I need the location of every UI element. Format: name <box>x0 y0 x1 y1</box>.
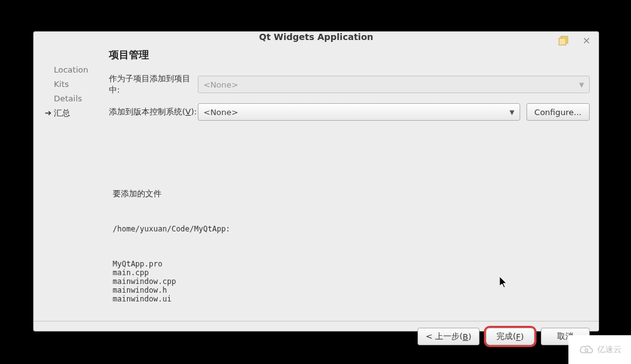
svg-point-2 <box>585 349 587 351</box>
titlebar: Qt Widgets Application × <box>34 32 598 43</box>
main-panel: 项目管理 作为子项目添加到项目中: <None> ▼ 添加到版本控制系统(V):… <box>105 48 590 321</box>
wizard-steps: ➔ Location ➔ Kits ➔ Details ➔ 汇总 <box>43 48 105 321</box>
vcs-row: 添加到版本控制系统(V): <None> ▼ Configure... <box>109 103 590 121</box>
chevron-down-icon: ▼ <box>579 81 584 88</box>
svg-rect-1 <box>559 38 566 45</box>
dialog-footer: < 上一步(B) 完成(F) 取消 <box>34 321 598 354</box>
step-kits: ➔ Kits <box>43 77 105 91</box>
watermark: 亿速云 <box>568 335 631 364</box>
step-label: Details <box>54 94 82 103</box>
subproject-select: <None> ▼ <box>198 76 590 93</box>
step-summary: ➔ 汇总 <box>43 106 105 120</box>
back-button[interactable]: < 上一步(B) <box>418 328 480 345</box>
finish-button[interactable]: 完成(F) <box>486 328 535 345</box>
page-title: 项目管理 <box>109 49 590 62</box>
window-title: Qt Widgets Application <box>259 32 373 42</box>
cloud-icon <box>578 344 595 355</box>
close-icon[interactable]: × <box>581 36 592 47</box>
subproject-row: 作为子项目添加到项目中: <None> ▼ <box>109 73 590 96</box>
arrow-icon: ➔ <box>43 108 54 118</box>
configure-button[interactable]: Configure... <box>526 103 590 121</box>
step-location: ➔ Location <box>43 63 105 77</box>
files-summary: 要添加的文件 /home/yuxuan/Code/MyQtApp: MyQtAp… <box>109 172 590 321</box>
files-path: /home/yuxuan/Code/MyQtApp: <box>113 225 590 233</box>
subproject-label: 作为子项目添加到项目中: <box>109 73 198 96</box>
step-label: Location <box>54 65 88 74</box>
window-icon <box>558 35 571 48</box>
step-label: 汇总 <box>54 108 70 119</box>
subproject-value: <None> <box>203 80 239 89</box>
vcs-label: 添加到版本控制系统(V): <box>109 106 198 118</box>
chevron-down-icon: ▼ <box>510 109 515 116</box>
step-details: ➔ Details <box>43 91 105 106</box>
step-label: Kits <box>54 79 69 89</box>
vcs-value: <None> <box>203 108 239 117</box>
files-heading: 要添加的文件 <box>113 190 590 198</box>
vcs-select[interactable]: <None> ▼ <box>198 103 520 121</box>
wizard-dialog: Qt Widgets Application × ➔ Location ➔ Ki… <box>33 31 599 331</box>
files-list: MyQtApp.pro main.cpp mainwindow.cpp main… <box>113 260 590 303</box>
